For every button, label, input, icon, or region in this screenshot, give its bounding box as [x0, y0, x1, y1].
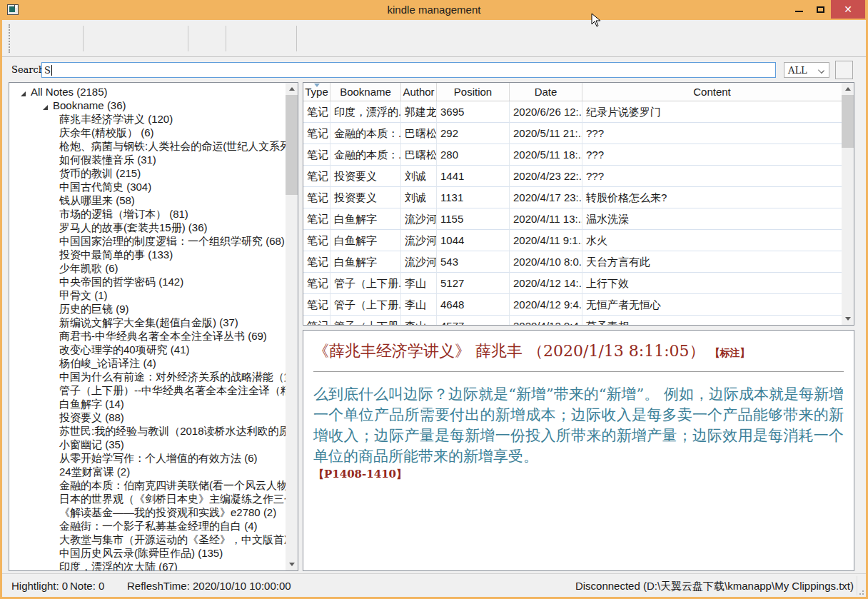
tree-item-book[interactable]: 枪炮、病菌与钢铁:人类社会的命运(世纪人文系列丛书·开...	[9, 139, 286, 153]
scroll-up-button[interactable]	[842, 83, 854, 95]
cell-author: 流沙河	[401, 208, 437, 230]
column-header-label: Position	[454, 86, 492, 98]
tree-item-book[interactable]: 苏世民:我的经验与教训（2018读桥水达利欧的原则，202...	[9, 424, 286, 438]
tree-item-book[interactable]: 罗马人的故事(套装共15册) (36)	[9, 221, 286, 234]
tree-item-book[interactable]: 杨伯峻_论语译注 (4)	[9, 356, 286, 370]
tree-item-book[interactable]: 从零开始学写作：个人增值的有效方法 (6)	[9, 451, 286, 465]
cell-author: 流沙河	[401, 251, 437, 273]
minimize-button[interactable]	[788, 0, 809, 19]
tree-expand-icon[interactable]	[21, 91, 26, 96]
cell-position: 1131	[437, 187, 510, 208]
tree-item-book[interactable]: 钱从哪里来 (58)	[9, 193, 286, 207]
scroll-up-button[interactable]	[286, 83, 298, 95]
tree-item-book[interactable]: 中国国家治理的制度逻辑：一个组织学研究 (68)	[9, 234, 286, 248]
cell-type: 笔记	[303, 273, 330, 294]
tree-item-book[interactable]: 金融的本质：伯南克四讲美联储(看一个风云人物的金融思...	[9, 478, 286, 492]
note-title-text: 《薛兆丰经济学讲义》 薛兆丰 （2020/1/13 8:11:05）	[313, 342, 705, 360]
cell-position: 1044	[437, 230, 510, 251]
tree-item-book[interactable]: 市场的逻辑（增订本） (81)	[9, 207, 286, 221]
cell-content: 纪录片说婆罗门	[582, 101, 842, 123]
cell-bookname: 管子（上下册...	[330, 316, 401, 325]
column-header-date[interactable]: Date	[510, 83, 582, 101]
scrollbar-thumb[interactable]	[842, 95, 854, 148]
column-header-bookname[interactable]: Bookname	[330, 83, 401, 101]
tree-item-book[interactable]: 中央帝国的哲学密码 (142)	[9, 275, 286, 288]
search-extra-button[interactable]	[835, 61, 853, 79]
notes-table: Type Bookname Author Position Date Conte…	[303, 83, 842, 325]
cell-bookname: 管子（上下册...	[330, 273, 401, 294]
tree-item-book[interactable]: 货币的教训 (215)	[9, 166, 286, 180]
tree-expand-icon[interactable]	[43, 105, 48, 110]
tree-item-book[interactable]: 中国历史风云录(陈舜臣作品) (135)	[9, 546, 286, 560]
cell-bookname: 金融的本质：...	[330, 123, 401, 144]
tree-item-book[interactable]: 商君书-中华经典名著全本全注全译丛书 (69)	[9, 329, 286, 343]
tree-item-book[interactable]: 中国为什么有前途：对外经济关系的战略潜能（第3版） (...	[9, 370, 286, 383]
tree-item-book[interactable]: 新编说文解字大全集(超值白金版) (37)	[9, 316, 286, 329]
cell-position: 3695	[437, 101, 510, 123]
cell-date: 2020/4/11 9:1...	[510, 230, 582, 251]
column-header-content[interactable]: Content	[582, 83, 842, 101]
table-row[interactable]: 笔记 管子（上下册... 李山 4648 2020/4/12 9:4... 无恒…	[303, 294, 842, 316]
tree-item-label: 钱从哪里来 (58)	[59, 194, 135, 206]
table-row[interactable]: 笔记 白鱼解字 流沙河 1044 2020/4/11 9:1... 水火	[303, 230, 842, 251]
cell-position: 4648	[437, 294, 510, 316]
note-position-ref: 【P1408-1410】	[313, 468, 844, 481]
tree-item-book[interactable]: 小窗幽记 (35)	[9, 438, 286, 451]
tree-item-book[interactable]: 大教堂与集市（开源运动的《圣经》，中文版首次出版）...	[9, 533, 286, 546]
tree-item-book[interactable]: 投资要义 (88)	[9, 411, 286, 424]
tree-item-book[interactable]: 印度，漂浮的次大陆 (67)	[9, 560, 286, 571]
cell-bookname: 管子（上下册...	[330, 294, 401, 316]
table-row[interactable]: 笔记 投资要义 刘诚 1131 2020/4/17 23:... 转股价格怎么来…	[303, 187, 842, 208]
tree-item-label: 罗马人的故事(套装共15册) (36)	[59, 221, 208, 233]
table-row[interactable]: 笔记 白鱼解字 流沙河 543 2020/4/10 8:0... 天台方言有此	[303, 251, 842, 273]
table-row[interactable]: 笔记 白鱼解字 流沙河 1155 2020/4/11 13:... 温水洗澡	[303, 208, 842, 230]
tree-item-book[interactable]: 少年凯歌 (6)	[9, 261, 286, 275]
tree-item-book[interactable]: 投资中最简单的事 (133)	[9, 248, 286, 261]
table-row[interactable]: 笔记 管子（上下册... 李山 5127 2020/4/12 14:... 上行…	[303, 273, 842, 294]
resize-grip-icon[interactable]	[857, 588, 864, 595]
tree-item-book[interactable]: 金融街：一个影子私募基金经理的自白 (4)	[9, 519, 286, 533]
table-body: 笔记 印度，漂浮的... 郭建龙 3695 2020/6/26 12:... 纪…	[303, 101, 842, 325]
tree-item-book[interactable]: 历史的巨镜 (9)	[9, 302, 286, 316]
toolbar-grip-icon[interactable]	[9, 24, 11, 53]
table-scrollbar[interactable]	[842, 83, 854, 325]
tree-item-book[interactable]: 甲骨文 (1)	[9, 288, 286, 302]
tree-item-bookname[interactable]: Bookname (36)	[9, 99, 286, 112]
tree-item-book[interactable]: 薛兆丰经济学讲义 (120)	[9, 112, 286, 126]
filter-dropdown-value: ALL	[788, 65, 807, 76]
search-input[interactable]: S	[41, 62, 776, 78]
table-row[interactable]: 笔记 印度，漂浮的... 郭建龙 3695 2020/6/26 12:... 纪…	[303, 101, 842, 123]
tree-item-book[interactable]: 改变心理学的40项研究 (41)	[9, 343, 286, 356]
tree-item-label: 杨伯峻_论语译注 (4)	[59, 357, 156, 369]
column-header-type[interactable]: Type	[303, 83, 330, 101]
cell-author: 流沙河	[401, 230, 437, 251]
scroll-down-button[interactable]	[842, 313, 854, 325]
tree-item-book[interactable]: 日本的世界观（《剑桥日本史》主编凝练之作三个人物故...	[9, 492, 286, 505]
cell-date: 2020/4/11 13:...	[510, 208, 582, 230]
tree-item-book[interactable]: 管子（上下册）--中华经典名著全本全注全译（精） (133)	[9, 383, 286, 397]
titlebar[interactable]: kindle management ✕	[0, 0, 868, 20]
filter-dropdown[interactable]: ALL	[784, 62, 829, 78]
scroll-down-button[interactable]	[286, 558, 298, 570]
tree-item-book[interactable]: 庆余年(精校版） (6)	[9, 126, 286, 139]
tree-item-book[interactable]: 如何假装懂音乐 (31)	[9, 153, 286, 166]
tree-item-book[interactable]: 中国古代简史 (304)	[9, 180, 286, 193]
column-header-author[interactable]: Author	[401, 83, 437, 101]
table-row[interactable]: 笔记 投资要义 刘诚 1441 2020/4/23 22:... ???	[303, 166, 842, 187]
tree-item-book[interactable]: 白鱼解字 (14)	[9, 397, 286, 411]
close-button[interactable]: ✕	[831, 0, 865, 19]
tree-item-book[interactable]: 《解读基金——我的投资观和实践》e2780 (2)	[9, 505, 286, 519]
maximize-button[interactable]	[809, 0, 831, 19]
cell-date: 2020/4/12 9:4...	[510, 294, 582, 316]
tree-item-book[interactable]: 24堂财富课 (2)	[9, 465, 286, 478]
tree-item-label: 投资要义 (88)	[59, 411, 124, 423]
table-row[interactable]: 笔记 金融的本质：... 巴曙松 280 2020/5/11 18:... ??…	[303, 144, 842, 166]
column-header-label: Type	[305, 86, 328, 98]
column-header-position[interactable]: Position	[437, 83, 510, 101]
table-row[interactable]: 笔记 管子（上下册... 李山 4577 2020/4/12 9:4... 莫予…	[303, 316, 842, 325]
scrollbar-thumb[interactable]	[286, 95, 298, 195]
notes-tree: All Notes (2185) Bookname (36) 薛兆丰经济学讲义 …	[9, 85, 286, 570]
tree-scrollbar[interactable]	[286, 83, 298, 570]
tree-item-all-notes[interactable]: All Notes (2185)	[9, 85, 286, 99]
table-row[interactable]: 笔记 金融的本质：... 巴曙松 292 2020/5/11 21:... ??…	[303, 123, 842, 144]
